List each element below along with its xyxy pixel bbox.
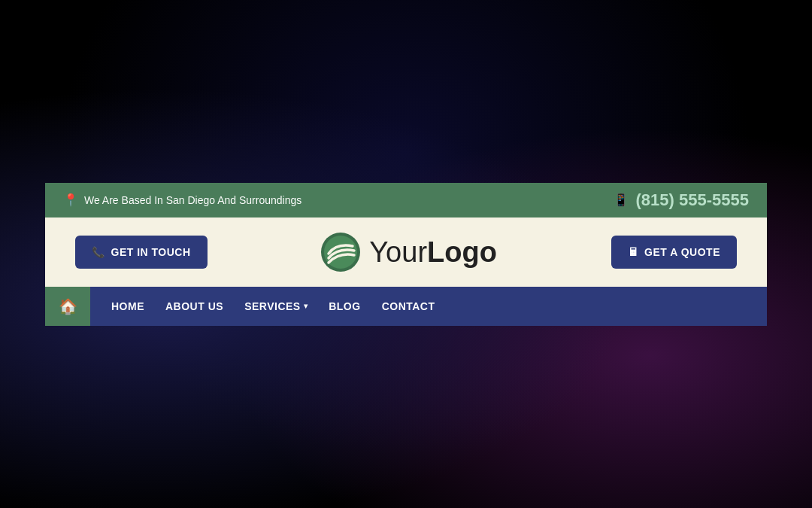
location-info: 📍 We Are Based In San Diego And Surround… [63, 193, 301, 207]
nav-item-blog[interactable]: BLOG [329, 300, 360, 312]
home-icon: 🏠 [59, 297, 77, 315]
nav-label-blog: BLOG [329, 300, 360, 312]
phone-number: (815) 555-5555 [636, 190, 749, 210]
nav-label-about: ABOUT US [165, 300, 223, 312]
get-in-touch-button[interactable]: 📞 GET IN TOUCH [75, 236, 208, 269]
location-icon: 📍 [63, 193, 78, 207]
logo-text: YourLogo [369, 238, 497, 266]
touch-button-label: GET IN TOUCH [111, 246, 191, 258]
phone-info: 📱 (815) 555-5555 [614, 190, 749, 210]
site-wrapper: 📍 We Are Based In San Diego And Surround… [45, 183, 767, 326]
touch-button-icon: 📞 [92, 246, 105, 258]
nav-links: HOME ABOUT US SERVICES ▾ BLOG CONTACT [90, 287, 456, 326]
quote-button-label: GET A QUOTE [644, 246, 720, 258]
header: 📞 GET IN TOUCH YourLogo 🖩 GET A QUOTE [45, 217, 767, 287]
nav-label-contact: CONTACT [382, 300, 435, 312]
nav-home-button[interactable]: 🏠 [45, 287, 90, 326]
nav-item-contact[interactable]: CONTACT [382, 300, 435, 312]
logo: YourLogo [321, 233, 497, 272]
nav-label-home: HOME [111, 300, 144, 312]
location-text: We Are Based In San Diego And Surroundin… [84, 194, 301, 206]
top-bar: 📍 We Are Based In San Diego And Surround… [45, 183, 767, 217]
logo-logo: Logo [427, 236, 497, 268]
nav-item-about[interactable]: ABOUT US [165, 300, 223, 312]
nav-item-home[interactable]: HOME [111, 300, 144, 312]
logo-your: Your [369, 236, 427, 268]
services-chevron-icon: ▾ [304, 302, 308, 310]
logo-icon [321, 233, 360, 272]
nav-item-services[interactable]: SERVICES ▾ [244, 300, 308, 312]
quote-button-icon: 🖩 [628, 246, 639, 258]
get-a-quote-button[interactable]: 🖩 GET A QUOTE [611, 236, 737, 269]
nav-label-services: SERVICES [244, 300, 301, 312]
navbar: 🏠 HOME ABOUT US SERVICES ▾ BLOG CONTACT [45, 287, 767, 326]
phone-icon: 📱 [614, 193, 629, 207]
